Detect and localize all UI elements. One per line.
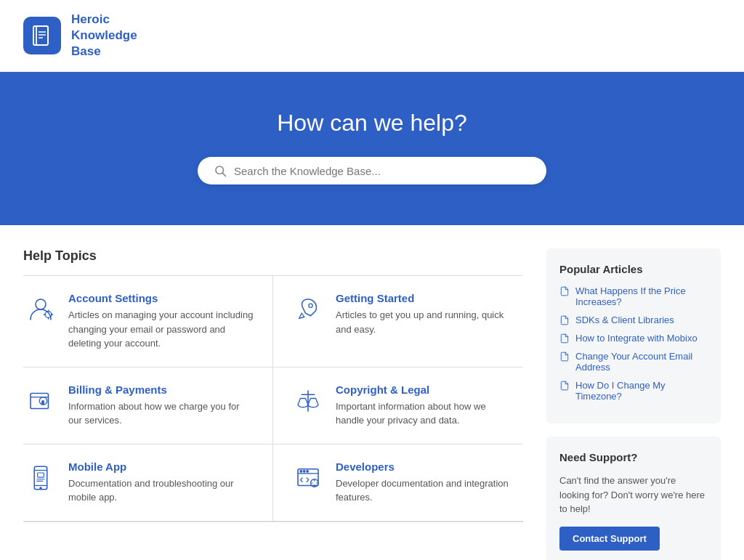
search-input[interactable] [234,165,530,177]
developers-title: Developers [336,460,512,473]
article-item[interactable]: What Happens If the Price Increases? [559,285,708,307]
getting-started-title: Getting Started [336,292,512,304]
legal-text: Copyright & Legal Important information … [336,384,512,428]
document-icon [559,381,570,391]
svg-point-7 [36,299,46,309]
popular-articles-card: Popular Articles What Happens If the Pri… [546,248,721,423]
topic-developers[interactable]: Developers Developer documentation and i… [273,445,523,522]
mobile-title: Mobile App [68,460,255,473]
topics-heading: Help Topics [23,248,523,264]
legal-desc: Important information about how we handl… [336,399,512,428]
support-text: Can't find the answer you're looking for… [559,474,708,516]
account-settings-title: Account Settings [68,292,255,304]
need-support-card: Need Support? Can't find the answer you'… [546,437,721,560]
svg-point-29 [300,470,302,472]
account-settings-text: Account Settings Articles on managing yo… [68,292,255,351]
document-icon [559,352,570,362]
developers-text: Developers Developer documentation and i… [336,460,512,505]
need-support-heading: Need Support? [559,451,708,463]
article-item[interactable]: How Do I Change My Timezone? [559,380,708,402]
account-settings-desc: Articles on managing your account includ… [68,308,255,351]
topics-section: Help Topics Account Setti [23,248,523,560]
document-icon [559,315,570,325]
topic-getting-started[interactable]: Getting Started Articles to get you up a… [273,276,523,368]
svg-rect-0 [33,26,48,45]
hero-section: How can we help? [0,72,744,225]
billing-icon: $ [23,384,58,418]
mobile-text: Mobile App Documentation and troubleshoo… [68,460,255,505]
logo-text: Heroic Knowledge Base [71,12,137,60]
topics-grid: Account Settings Articles on managing yo… [23,276,523,522]
getting-started-text: Getting Started Articles to get you up a… [336,292,512,336]
article-item[interactable]: SDKs & Client Libraries [559,315,708,325]
site-header: Heroic Knowledge Base [0,0,744,72]
getting-started-icon [291,292,326,327]
search-icon [214,164,227,177]
getting-started-desc: Articles to get you up and running, quic… [336,308,512,336]
svg-line-6 [222,174,225,176]
svg-rect-24 [38,473,44,477]
developers-desc: Developer documentation and integration … [336,476,512,505]
topic-legal[interactable]: Copyright & Legal Important information … [273,368,523,445]
account-settings-icon [23,292,58,327]
contact-support-button[interactable]: Contact Support [559,527,660,551]
mobile-icon [23,460,58,495]
svg-point-13 [309,304,312,307]
main-content: Help Topics Account Setti [0,225,744,560]
article-list: What Happens If the Price Increases? SDK… [559,285,708,402]
billing-desc: Information about how we charge you for … [68,399,255,428]
logo-icon[interactable] [23,17,61,54]
svg-rect-1 [36,26,48,45]
article-item[interactable]: Change Your Account Email Address [559,351,708,373]
legal-icon [291,384,326,418]
search-bar[interactable] [198,157,546,184]
document-icon [559,286,570,296]
topic-account-settings[interactable]: Account Settings Articles on managing yo… [23,276,273,368]
svg-point-31 [307,470,309,472]
topic-billing[interactable]: $ Billing & Payments Information about h… [23,368,273,445]
svg-text:$: $ [41,399,44,405]
svg-point-23 [40,487,42,489]
hero-heading: How can we help? [23,110,721,137]
mobile-desc: Documentation and troubleshooting our mo… [68,476,255,505]
topic-mobile[interactable]: Mobile App Documentation and troubleshoo… [23,445,273,522]
article-item[interactable]: How to Integrate with Mobixo [559,333,708,344]
document-icon [559,333,570,344]
billing-title: Billing & Payments [68,384,255,396]
billing-text: Billing & Payments Information about how… [68,384,255,428]
legal-title: Copyright & Legal [336,384,512,396]
svg-point-30 [303,470,305,472]
popular-articles-heading: Popular Articles [559,263,708,275]
developers-icon [291,460,326,495]
sidebar: Popular Articles What Happens If the Pri… [546,248,721,560]
